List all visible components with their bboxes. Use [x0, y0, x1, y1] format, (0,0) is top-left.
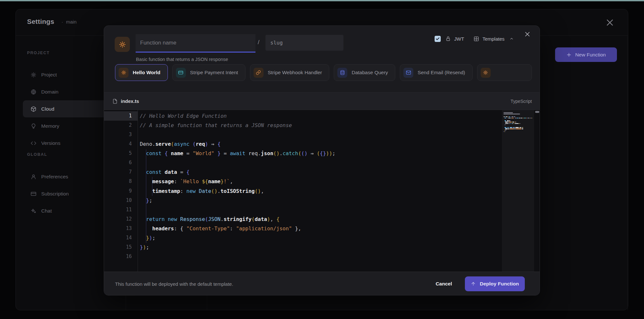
branch-label: main	[66, 19, 77, 25]
line-number: 5	[104, 149, 138, 158]
code-line	[140, 252, 502, 261]
sidebar-item-label: Project	[41, 72, 57, 78]
line-number: 15	[104, 243, 138, 252]
scrollbar-thumb[interactable]	[535, 111, 539, 113]
line-number: 9	[104, 186, 138, 196]
minimap-line	[504, 130, 533, 131]
code-line: message: `Hello ${name}!`,	[140, 177, 502, 186]
file-icon	[112, 99, 118, 104]
line-number: 8	[104, 177, 138, 186]
templates-toggle[interactable]: Templates	[483, 36, 505, 42]
template-button-partial[interactable]	[477, 64, 532, 81]
sidebar-item-label: Cloud	[41, 106, 54, 112]
template-label: Database Query	[351, 70, 388, 75]
globe-icon	[31, 89, 36, 95]
template-button-database-query[interactable]: Database Query	[334, 64, 395, 81]
modal-header-controls: JWT Templates	[435, 35, 514, 43]
minimap-line	[504, 114, 533, 115]
code-line	[140, 130, 502, 139]
line-number: 2	[104, 121, 138, 130]
code-line: };	[140, 196, 502, 205]
minimap-line	[504, 123, 533, 124]
editor-minimap[interactable]	[502, 110, 534, 272]
code-line: return new Response(JSON.stringify(data)…	[140, 214, 502, 224]
function-description: Basic function that returns a JSON respo…	[136, 57, 228, 62]
code-editor[interactable]: 12345678910111213141516 // Hello World E…	[104, 110, 540, 272]
modal-close-icon[interactable]	[524, 31, 531, 37]
close-icon[interactable]	[605, 18, 614, 27]
cube-icon	[31, 106, 36, 112]
function-name-input[interactable]	[136, 34, 255, 53]
minimap-line	[504, 125, 533, 125]
chevron-up-icon[interactable]	[509, 36, 514, 41]
deploy-note: This function will be deployed with the …	[115, 281, 233, 287]
sidebar-section-global: GLOBAL	[27, 152, 47, 157]
template-label: Stripe Payment Intent	[190, 70, 238, 75]
line-number: 12	[104, 214, 138, 224]
code-content: // Hello World Edge Function// A simple …	[140, 110, 502, 261]
minimap-line	[504, 122, 533, 123]
code-line: timestamp: new Date().toISOString(),	[140, 186, 502, 196]
sidebar-item-label: Domain	[41, 89, 58, 95]
sidebar-item-label: Memory	[41, 123, 59, 129]
code-line: headers: { "Content-Type": "application/…	[140, 224, 502, 233]
code-line: const { name = "World" } = await req.jso…	[140, 149, 502, 158]
language-label: TypeScript	[511, 99, 532, 104]
code-line: const data = {	[140, 167, 502, 177]
line-number: 16	[104, 252, 138, 261]
line-number: 14	[104, 233, 138, 243]
sidebar-section-project: PROJECT	[27, 51, 50, 55]
minimap-line	[504, 131, 533, 132]
bulb-icon	[31, 123, 36, 129]
card-icon	[178, 70, 183, 75]
template-button-stripe-payment-intent[interactable]: Stripe Payment Intent	[172, 64, 245, 81]
new-function-button[interactable]: New Function	[555, 47, 617, 62]
top-accent-bar	[0, 0, 644, 1]
slug-input[interactable]	[265, 35, 343, 51]
code-line	[140, 205, 502, 214]
template-icon-tile	[403, 68, 413, 78]
code-line: });	[140, 243, 502, 252]
minimap-line	[504, 128, 533, 129]
arrow-up-icon	[471, 281, 476, 286]
line-number: 11	[104, 205, 138, 214]
minimap-line	[504, 112, 533, 113]
sidebar-item-label: Preferences	[41, 174, 68, 180]
line-number: 1	[104, 111, 138, 121]
code-icon	[31, 140, 36, 146]
title-separator: ·	[62, 19, 63, 25]
template-label: Send Email (Resend)	[418, 70, 465, 75]
envelope-icon	[406, 70, 411, 75]
line-number-gutter: 12345678910111213141516	[104, 110, 138, 272]
minimap-line	[504, 118, 533, 119]
file-name-tab[interactable]: index.ts	[121, 98, 139, 104]
code-line: Deno.serve(async (req) ⇒ {	[140, 139, 502, 149]
deploy-function-button[interactable]: Deploy Function	[465, 276, 525, 291]
template-icon-tile	[119, 68, 129, 78]
template-button-hello-world[interactable]: Hello World	[115, 64, 168, 81]
jwt-checkbox[interactable]	[435, 36, 441, 42]
lock-icon	[446, 36, 451, 41]
gear-icon	[121, 70, 126, 75]
database-icon	[340, 70, 345, 75]
template-icon-tile	[254, 68, 264, 78]
template-label: Hello World	[133, 70, 160, 75]
line-number: 6	[104, 158, 138, 167]
gear-icon	[483, 70, 488, 75]
cancel-button[interactable]: Cancel	[430, 278, 458, 290]
card-icon	[31, 191, 36, 197]
template-list: Hello WorldStripe Payment IntentStripe W…	[115, 64, 540, 81]
line-number: 4	[104, 139, 138, 149]
line-number: 3	[104, 130, 138, 139]
jwt-label: JWT	[454, 36, 464, 42]
code-line	[140, 158, 502, 167]
template-button-send-email-resend-[interactable]: Send Email (Resend)	[400, 64, 472, 81]
code-line: // A simple function that returns a JSON…	[140, 121, 502, 130]
template-button-stripe-webhook-handler[interactable]: Stripe Webhook Handler	[250, 64, 330, 81]
check-icon	[436, 37, 440, 41]
gear-icon	[119, 41, 126, 48]
minimap-line	[504, 116, 533, 117]
person-icon	[31, 174, 36, 180]
line-number: 7	[104, 167, 138, 177]
sidebar-item-label: Subscription	[41, 191, 69, 197]
